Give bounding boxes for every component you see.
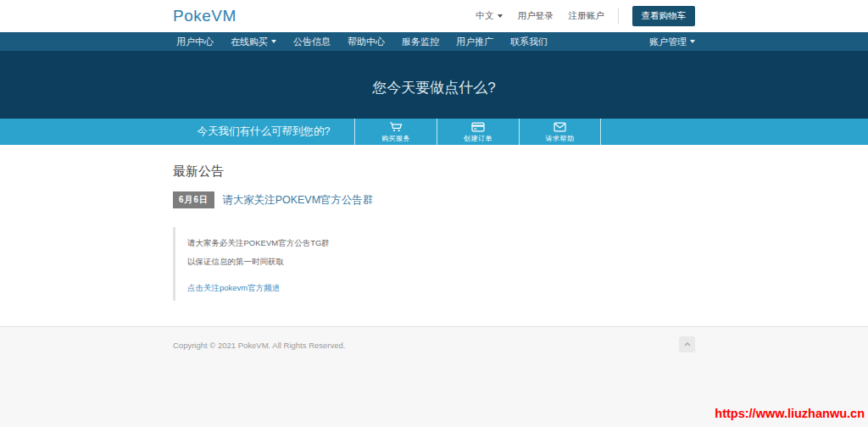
nav-item-announcements[interactable]: 公告信息 xyxy=(285,32,339,51)
announcement-date-badge: 6月6日 xyxy=(173,191,214,208)
envelope-icon xyxy=(554,122,566,132)
announcement-item: 6月6日 请大家关注POKEVM官方公告群 xyxy=(173,191,695,208)
buy-services-label: 购买服务 xyxy=(381,134,410,143)
announcement-body-link[interactable]: 点击关注pokevm官方频道 xyxy=(187,283,280,294)
header: PokeVM 中文 用户登录 注册账户 查看购物车 xyxy=(0,0,868,32)
logo[interactable]: PokeVM xyxy=(173,7,236,25)
request-help-tile[interactable]: 请求帮助 xyxy=(519,119,601,145)
create-order-tile[interactable]: 创建订单 xyxy=(437,119,519,145)
caret-down-icon xyxy=(690,40,695,43)
help-prompt: 今天我们有什么可帮到您的? xyxy=(173,119,354,145)
hero-title: 您今天要做点什么? xyxy=(372,78,495,97)
credit-card-icon xyxy=(471,122,485,132)
main-content: 最新公告 6月6日 请大家关注POKEVM官方公告群 请大家务必关注POKEVM… xyxy=(0,145,868,326)
shopping-cart-icon xyxy=(389,122,403,132)
nav-item-store-label: 在线购买 xyxy=(231,36,268,48)
caret-down-icon xyxy=(271,40,276,43)
language-label: 中文 xyxy=(476,10,494,20)
account-menu-label: 账户管理 xyxy=(649,36,687,48)
login-link[interactable]: 用户登录 xyxy=(518,10,554,22)
back-to-top-button[interactable] xyxy=(679,336,695,352)
register-link[interactable]: 注册账户 xyxy=(569,10,604,22)
hero-banner: 您今天要做点什么? xyxy=(0,51,868,119)
announcement-body: 请大家务必关注POKEVM官方公告TG群 以保证信息的第一时间获取 点击关注po… xyxy=(173,227,695,301)
main-navbar: 用户中心 在线购买 公告信息 帮助中心 服务监控 用户推广 联系我们 账户管理 xyxy=(0,32,868,51)
nav-item-help-center[interactable]: 帮助中心 xyxy=(339,32,393,51)
nav-item-contact-us[interactable]: 联系我们 xyxy=(502,32,556,51)
copyright-text: Copyright © 2021 PokeVM. All Rights Rese… xyxy=(173,341,695,350)
announcement-body-line: 请大家务必关注POKEVM官方公告TG群 xyxy=(187,238,695,249)
nav-item-user-center[interactable]: 用户中心 xyxy=(173,32,222,51)
announcement-title-link[interactable]: 请大家关注POKEVM官方公告群 xyxy=(222,193,374,208)
help-strip: 今天我们有什么可帮到您的? 购买服务 创建订单 请求帮助 xyxy=(0,119,868,145)
section-title-latest-announcements: 最新公告 xyxy=(173,164,695,180)
divider xyxy=(618,8,619,25)
language-menu[interactable]: 中文 xyxy=(476,10,503,22)
chevron-up-icon xyxy=(684,342,691,347)
view-cart-button[interactable]: 查看购物车 xyxy=(632,6,696,26)
watermark-url: https://www.liuzhanwu.cn xyxy=(715,407,865,420)
buy-services-tile[interactable]: 购买服务 xyxy=(354,119,437,145)
nav-item-service-status[interactable]: 服务监控 xyxy=(393,32,448,51)
caret-down-icon xyxy=(498,14,503,18)
nav-item-affiliates[interactable]: 用户推广 xyxy=(448,32,502,51)
announcement-body-line: 以保证信息的第一时间获取 xyxy=(187,257,695,268)
create-order-label: 创建订单 xyxy=(464,134,492,143)
nav-item-store[interactable]: 在线购买 xyxy=(222,32,285,51)
request-help-label: 请求帮助 xyxy=(546,134,575,143)
account-menu[interactable]: 账户管理 xyxy=(646,36,695,48)
